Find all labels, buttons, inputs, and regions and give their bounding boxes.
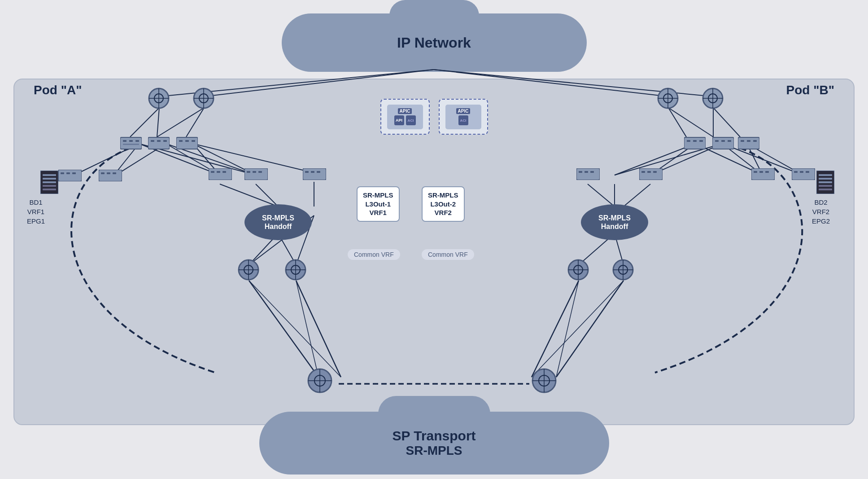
svg-rect-97 xyxy=(99,170,122,181)
svg-rect-94 xyxy=(61,172,64,174)
svg-rect-85 xyxy=(712,137,734,149)
svg-rect-112 xyxy=(317,171,320,173)
leaf-pod-a-1 xyxy=(58,170,82,183)
sr-mpls-handoff-right: SR-MPLSHandoff xyxy=(581,204,648,240)
svg-rect-80 xyxy=(192,140,195,142)
svg-rect-87 xyxy=(721,140,725,142)
sp-transport-cloud: SP Transport SR-MPLS xyxy=(259,412,609,475)
svg-rect-99 xyxy=(107,172,110,174)
svg-rect-120 xyxy=(653,171,657,173)
svg-rect-100 xyxy=(113,172,116,174)
svg-rect-96 xyxy=(72,172,76,174)
sp-router-right xyxy=(532,368,557,395)
spine-pod-a-1 xyxy=(120,132,142,156)
svg-rect-102 xyxy=(211,171,214,173)
router-pod-b-1 xyxy=(657,88,679,111)
leaf-pod-b-1 xyxy=(751,168,775,182)
svg-rect-118 xyxy=(641,171,645,173)
svg-rect-71 xyxy=(135,140,139,142)
router-pod-a-1 xyxy=(148,88,170,111)
apic-box-2: APIC ACI xyxy=(439,99,488,135)
spine-pod-b-1 xyxy=(684,132,706,156)
svg-rect-69 xyxy=(123,140,126,142)
svg-rect-121 xyxy=(751,168,775,180)
sp-transport-sublabel: SR-MPLS xyxy=(406,444,462,458)
apic-label-1: APIC xyxy=(398,108,412,114)
l3out-box-1: SR-MPLSL3Out-1VRF1 xyxy=(357,186,400,222)
svg-rect-128 xyxy=(806,171,809,173)
svg-rect-76 xyxy=(163,140,167,142)
spine-pod-b-3 xyxy=(738,132,759,156)
svg-rect-86 xyxy=(715,140,719,142)
apic-label-2: APIC xyxy=(456,108,471,114)
svg-rect-150 xyxy=(43,189,56,190)
svg-rect-92 xyxy=(753,140,757,142)
common-vrf-left: Common VRF xyxy=(348,249,400,260)
svg-rect-149 xyxy=(43,185,56,187)
svg-rect-123 xyxy=(759,171,763,173)
svg-rect-124 xyxy=(765,171,769,173)
leaf-pod-a-sr-3 xyxy=(303,168,326,182)
l3out-box-2: SR-MPLSL3Out-2VRF2 xyxy=(422,186,465,222)
svg-rect-127 xyxy=(800,171,803,173)
l3out-2-label: SR-MPLSL3Out-2VRF2 xyxy=(428,191,458,217)
svg-rect-154 xyxy=(819,181,832,183)
svg-rect-126 xyxy=(794,171,798,173)
svg-rect-104 xyxy=(222,171,226,173)
svg-rect-93 xyxy=(58,170,82,181)
svg-rect-107 xyxy=(253,171,256,173)
ip-network-label: IP Network xyxy=(397,35,471,51)
leaf-pod-a-sr-1 xyxy=(209,168,232,182)
pod-a-label: Pod "A" xyxy=(34,83,82,97)
svg-rect-88 xyxy=(728,140,731,142)
svg-rect-68 xyxy=(120,137,142,149)
border-router-pod-a-1 xyxy=(238,259,259,282)
server-pod-a xyxy=(40,171,58,196)
svg-rect-77 xyxy=(176,137,198,149)
svg-rect-82 xyxy=(687,140,690,142)
svg-rect-109 xyxy=(303,168,326,180)
svg-rect-116 xyxy=(590,171,594,173)
svg-rect-79 xyxy=(185,140,189,142)
border-router-pod-a-2 xyxy=(285,259,306,282)
diagram-container: IP Network Pod "A" Pod "B" xyxy=(0,0,868,479)
svg-rect-117 xyxy=(639,168,663,180)
svg-rect-98 xyxy=(101,172,105,174)
svg-rect-74 xyxy=(151,140,154,142)
svg-rect-114 xyxy=(579,171,582,173)
svg-rect-125 xyxy=(792,168,815,180)
svg-rect-108 xyxy=(258,171,262,173)
svg-rect-110 xyxy=(305,171,309,173)
ip-network-cloud: IP Network xyxy=(282,13,587,72)
l3out-1-label: SR-MPLSL3Out-1VRF1 xyxy=(363,191,393,217)
svg-rect-101 xyxy=(209,168,232,180)
svg-rect-152 xyxy=(819,174,832,176)
leaf-pod-a-2 xyxy=(99,170,122,183)
apic-box-1: APIC API ACI xyxy=(380,99,430,135)
svg-rect-83 xyxy=(693,140,697,142)
svg-rect-81 xyxy=(684,137,706,149)
svg-rect-90 xyxy=(741,140,744,142)
leaf-pod-a-sr-2 xyxy=(244,168,268,182)
svg-rect-115 xyxy=(584,171,588,173)
sp-router-left xyxy=(307,368,332,395)
bd2-label: BD2 VRF2 EPG2 xyxy=(812,198,830,226)
svg-rect-106 xyxy=(247,171,250,173)
svg-rect-148 xyxy=(43,181,56,183)
svg-rect-146 xyxy=(43,174,56,176)
svg-rect-72 xyxy=(123,144,139,145)
spine-pod-a-2 xyxy=(148,132,170,156)
svg-rect-156 xyxy=(819,189,832,190)
svg-rect-75 xyxy=(157,140,161,142)
bd1-label: BD1 VRF1 EPG1 xyxy=(27,198,45,226)
spine-pod-b-2 xyxy=(712,132,734,156)
svg-rect-89 xyxy=(738,137,759,149)
svg-rect-119 xyxy=(647,171,651,173)
svg-rect-91 xyxy=(747,140,750,142)
svg-rect-153 xyxy=(819,178,832,180)
svg-rect-147 xyxy=(43,178,56,180)
router-pod-b-2 xyxy=(702,88,724,111)
spine-pod-a-3 xyxy=(176,132,198,156)
svg-rect-95 xyxy=(66,172,70,174)
leaf-pod-b-sr-1 xyxy=(576,168,600,182)
